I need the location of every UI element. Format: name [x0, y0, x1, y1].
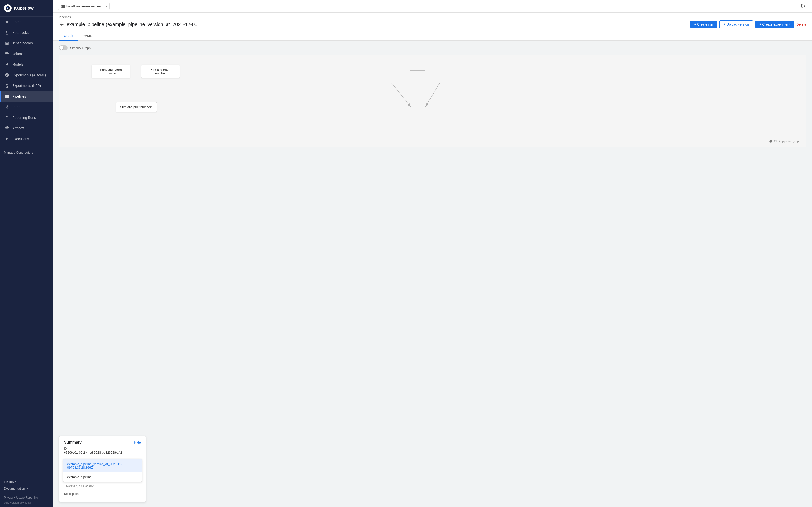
delete-button[interactable]: Delete — [797, 22, 806, 26]
topbar-left: kubeflow-user-example-c... ▾ — [58, 3, 800, 10]
simplify-toggle[interactable] — [59, 45, 68, 50]
summary-description-field: Description — [64, 492, 141, 496]
summary-title: Summary — [64, 440, 82, 445]
sidebar-item-runs[interactable]: Runs — [0, 102, 53, 112]
svg-line-3 — [425, 83, 440, 107]
build-version: build version dev_local — [4, 501, 49, 504]
content-area: Simplify Graph — [53, 41, 812, 507]
topbar: kubeflow-user-example-c... ▾ — [53, 0, 812, 12]
dropdown-item-version[interactable]: example_pipeline_version_at_2021-12-09T0… — [63, 459, 142, 472]
sidebar-item-artifacts-label: Artifacts — [12, 126, 24, 130]
dropdown-item-pipeline[interactable]: example_pipeline — [63, 472, 142, 482]
page-header: Pipelines example_pipeline (example_pipe… — [53, 12, 812, 41]
sidebar-item-artifacts[interactable]: Artifacts — [0, 123, 53, 133]
sidebar-item-home[interactable]: Home — [0, 17, 53, 27]
breadcrumb: Pipelines — [59, 15, 806, 19]
sidebar-item-recurring-runs[interactable]: Recurring Runs — [0, 112, 53, 123]
main-content: kubeflow-user-example-c... ▾ Pipelines e… — [53, 0, 812, 507]
simplify-toggle-row: Simplify Graph — [59, 45, 806, 50]
models-icon — [5, 62, 9, 67]
node-print-return-1[interactable]: Print and return number — [92, 65, 130, 78]
sidebar-item-pipelines-label: Pipelines — [12, 95, 26, 98]
topbar-right — [800, 2, 807, 10]
page-title: example_pipeline (example_pipeline_versi… — [67, 22, 199, 27]
privacy-link[interactable]: Privacy — [4, 496, 13, 499]
sidebar-item-volumes-label: Volumes — [12, 52, 26, 56]
notebooks-icon — [5, 30, 9, 35]
sidebar-item-models[interactable]: Models — [0, 59, 53, 70]
pipeline-graph: Print and return number Print and return… — [59, 55, 806, 147]
github-link[interactable]: GitHub ↗ — [4, 479, 49, 485]
usage-reporting-link[interactable]: Usage Reporting — [16, 496, 38, 499]
app-name: Kubeflow — [14, 6, 34, 11]
node-print-return-2[interactable]: Print and return number — [141, 65, 180, 78]
sidebar: Kubeflow Home Notebooks Tensorboards Vol… — [0, 0, 53, 507]
sidebar-item-recurring-runs-label: Recurring Runs — [12, 116, 36, 119]
pipeline-selector-icon — [61, 4, 65, 8]
sidebar-item-models-label: Models — [12, 62, 23, 66]
svg-line-2 — [392, 83, 411, 107]
recurring-runs-icon — [5, 115, 9, 120]
chevron-down-icon: ▾ — [106, 5, 107, 8]
sidebar-item-volumes[interactable]: Volumes — [0, 49, 53, 59]
simplify-label: Simplify Graph — [70, 46, 91, 50]
sidebar-item-home-label: Home — [12, 20, 21, 24]
runs-icon — [5, 105, 9, 109]
static-pipeline-note: Static pipeline graph — [769, 139, 800, 143]
artifacts-icon — [5, 126, 9, 131]
summary-panel: Summary Hide ID 67209c01-09f2-44cd-9528-… — [59, 436, 146, 502]
sidebar-item-runs-label: Runs — [12, 105, 20, 109]
sidebar-item-notebooks[interactable]: Notebooks — [0, 27, 53, 38]
node-sum-print[interactable]: Sum and print numbers — [116, 102, 157, 112]
documentation-link[interactable]: Documentation ↗ — [4, 485, 49, 492]
back-button[interactable] — [59, 22, 64, 27]
sidebar-footer: GitHub ↗ Documentation ↗ Privacy • Usage… — [0, 475, 53, 507]
sidebar-item-experiments-kfp[interactable]: Experiments (KFP) — [0, 80, 53, 91]
home-icon — [5, 19, 9, 24]
sidebar-item-executions-label: Executions — [12, 137, 29, 141]
experiments-kfp-icon — [5, 83, 9, 88]
tensorboards-icon — [5, 41, 9, 46]
upload-version-button[interactable]: + Upload version — [719, 20, 753, 29]
hide-button[interactable]: Hide — [134, 440, 141, 444]
page-title-row: example_pipeline (example_pipeline_versi… — [59, 20, 806, 29]
volumes-icon — [5, 51, 9, 56]
app-logo[interactable]: Kubeflow — [0, 0, 53, 17]
logout-button[interactable] — [800, 2, 807, 10]
logo-icon — [4, 4, 12, 12]
tab-graph[interactable]: Graph — [59, 32, 78, 41]
create-experiment-button[interactable]: + Create experiment — [755, 20, 794, 28]
sidebar-item-pipelines[interactable]: Pipelines — [0, 91, 53, 102]
summary-body: ID 67209c01-09f2-44cd-9528-bb32662f9a42 … — [59, 447, 146, 502]
version-dropdown: example_pipeline_version_at_2021-12-09T0… — [63, 459, 142, 482]
sidebar-item-experiments-automl[interactable]: Experiments (AutoML) — [0, 70, 53, 80]
executions-icon — [5, 136, 9, 141]
summary-id-field: ID 67209c01-09f2-44cd-9528-bb32662f9a42 — [64, 447, 141, 454]
manage-contributors[interactable]: Manage Contributors — [0, 148, 53, 157]
pipeline-selector[interactable]: kubeflow-user-example-c... ▾ — [58, 3, 110, 10]
page-actions: + Create run + Upload version + Create e… — [691, 20, 806, 29]
summary-description-label: Description — [64, 492, 141, 496]
create-run-button[interactable]: + Create run — [691, 20, 717, 28]
page-title-left: example_pipeline (example_pipeline_versi… — [59, 22, 199, 27]
sidebar-item-tensorboards[interactable]: Tensorboards — [0, 38, 53, 49]
tabs: Graph YAML — [59, 32, 806, 40]
summary-id-value: 67209c01-09f2-44cd-9528-bb32662f9a42 — [64, 451, 141, 454]
pipelines-icon — [5, 94, 9, 99]
date-value: 12/9/2021, 3:21:00 PM — [64, 485, 141, 488]
sidebar-item-tensorboards-label: Tensorboards — [12, 41, 33, 45]
svg-point-1 — [7, 8, 8, 9]
summary-id-label: ID — [64, 447, 141, 450]
sidebar-item-executions[interactable]: Executions — [0, 133, 53, 144]
sidebar-item-experiments-automl-label: Experiments (AutoML) — [12, 73, 46, 77]
experiments-automl-icon — [5, 73, 9, 77]
sidebar-item-notebooks-label: Notebooks — [12, 31, 29, 35]
pipeline-selector-label: kubeflow-user-example-c... — [66, 4, 104, 8]
graph-area: Simplify Graph — [53, 41, 812, 152]
tab-yaml[interactable]: YAML — [78, 32, 97, 41]
sidebar-item-experiments-kfp-label: Experiments (KFP) — [12, 84, 41, 88]
summary-header: Summary Hide — [59, 436, 146, 447]
